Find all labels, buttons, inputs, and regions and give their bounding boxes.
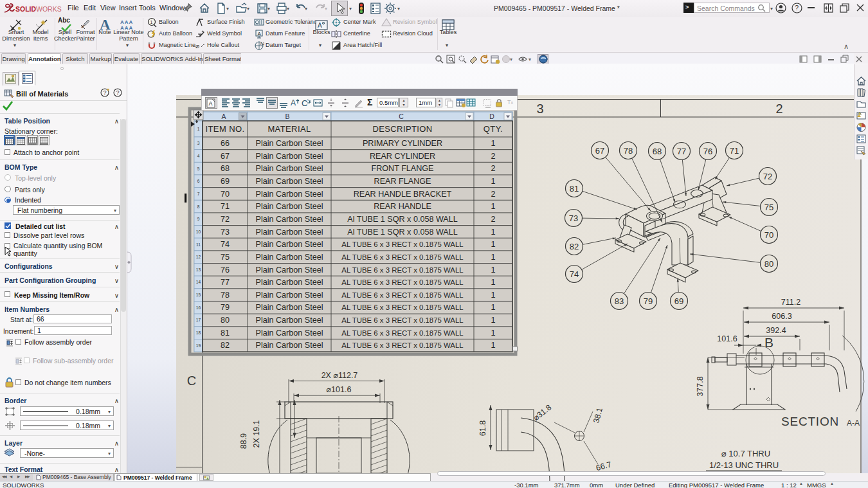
svg-text:Plain Carbon Steel: Plain Carbon Steel <box>255 341 323 350</box>
svg-text:Plain Carbon Steel: Plain Carbon Steel <box>255 139 323 148</box>
svg-text:2X ⌀112.7: 2X ⌀112.7 <box>321 371 358 380</box>
svg-text:ITEM NO.: ITEM NO. <box>206 124 245 134</box>
svg-text:1: 1 <box>491 341 495 350</box>
svg-text:73: 73 <box>221 228 230 237</box>
svg-text:2: 2 <box>491 215 495 224</box>
svg-text:REAR CYLINDER: REAR CYLINDER <box>370 152 435 161</box>
svg-text:Plain Carbon Steel: Plain Carbon Steel <box>255 202 323 211</box>
svg-text:C: C <box>302 98 307 108</box>
svg-text:1: 1 <box>491 240 495 249</box>
svg-text:Plain Carbon Steel: Plain Carbon Steel <box>255 240 323 249</box>
svg-text:6: 6 <box>197 179 200 183</box>
svg-text:19: 19 <box>196 343 201 348</box>
svg-text:1: 1 <box>491 303 495 312</box>
svg-text:12: 12 <box>196 255 201 259</box>
svg-text:2: 2 <box>491 152 495 161</box>
svg-text:1: 1 <box>491 228 495 237</box>
svg-text:1: 1 <box>491 253 495 262</box>
svg-text:7: 7 <box>197 192 200 196</box>
svg-text:Plain Carbon Steel: Plain Carbon Steel <box>255 190 323 199</box>
svg-text:REAR HANDLE BRACKET: REAR HANDLE BRACKET <box>354 190 452 199</box>
svg-text:1: 1 <box>491 139 495 148</box>
svg-text:76: 76 <box>221 266 230 275</box>
svg-text:B: B <box>764 335 773 350</box>
svg-text:67: 67 <box>595 146 604 156</box>
svg-text:68: 68 <box>221 164 230 173</box>
svg-text:78: 78 <box>221 291 230 300</box>
svg-text:82: 82 <box>221 341 230 350</box>
svg-text:FRONT FLANGE: FRONT FLANGE <box>371 164 433 173</box>
svg-text:5: 5 <box>197 167 200 171</box>
svg-text:Plain Carbon Steel: Plain Carbon Steel <box>255 316 323 325</box>
svg-text:Plain Carbon Steel: Plain Carbon Steel <box>255 215 323 224</box>
svg-text:PRIMARY CYLINDER: PRIMARY CYLINDER <box>363 139 442 148</box>
svg-text:80: 80 <box>764 259 773 269</box>
svg-text:78: 78 <box>624 146 633 156</box>
svg-text:2X 19.1: 2X 19.1 <box>252 420 261 447</box>
svg-text:3: 3 <box>536 102 543 116</box>
svg-text:75: 75 <box>221 253 230 262</box>
svg-text:AL TUBE 6 x 3 RECT x 0.1875 WA: AL TUBE 6 x 3 RECT x 0.1875 WALL <box>341 303 463 311</box>
svg-text:14: 14 <box>196 280 201 284</box>
svg-text:REAR FLANGE: REAR FLANGE <box>374 177 431 186</box>
svg-text:74: 74 <box>570 269 579 279</box>
svg-text:88.9: 88.9 <box>239 433 248 449</box>
svg-text:69: 69 <box>674 296 683 306</box>
svg-text:392.4: 392.4 <box>766 326 786 335</box>
svg-text:B: B <box>285 113 289 120</box>
svg-text:13: 13 <box>196 267 201 272</box>
svg-text:1: 1 <box>491 291 495 300</box>
svg-text:83: 83 <box>615 296 624 306</box>
svg-text:!: ! <box>859 112 860 115</box>
svg-text:C: C <box>399 113 404 120</box>
svg-text:Plain Carbon Steel: Plain Carbon Steel <box>255 278 323 287</box>
svg-text:11: 11 <box>196 242 201 247</box>
svg-text:AL TUBE 6 x 3 RECT x 0.1875 WA: AL TUBE 6 x 3 RECT x 0.1875 WALL <box>341 291 463 299</box>
svg-text:Al TUBE 1 SQR x 0.058 WALL: Al TUBE 1 SQR x 0.058 WALL <box>347 228 458 237</box>
svg-text:66: 66 <box>221 139 230 148</box>
svg-text:A: A <box>209 100 213 107</box>
svg-text:711.2: 711.2 <box>781 298 800 307</box>
svg-text:Plain Carbon Steel: Plain Carbon Steel <box>255 177 323 186</box>
svg-text:AL TUBE 6 x 3 RECT x 0.1875 WA: AL TUBE 6 x 3 RECT x 0.1875 WALL <box>341 253 463 261</box>
svg-text:3: 3 <box>197 141 200 145</box>
svg-text:⌀101.6: ⌀101.6 <box>327 385 352 394</box>
svg-text:1: 1 <box>491 202 495 211</box>
svg-text:82: 82 <box>570 242 579 251</box>
svg-text:72: 72 <box>221 215 230 224</box>
svg-text:1: 1 <box>491 266 495 275</box>
svg-text:73: 73 <box>569 213 578 223</box>
svg-text:18: 18 <box>196 330 201 335</box>
svg-text:D: D <box>489 113 494 120</box>
svg-text:1: 1 <box>491 316 495 325</box>
svg-text:16: 16 <box>196 305 201 310</box>
svg-text:A: A <box>221 113 226 120</box>
svg-text:71: 71 <box>730 146 739 156</box>
svg-text:AL TUBE 6 x 3 RECT x 0.1875 WA: AL TUBE 6 x 3 RECT x 0.1875 WALL <box>341 329 463 337</box>
svg-text:A-A: A-A <box>847 419 860 428</box>
svg-text:76: 76 <box>703 147 712 156</box>
svg-text:?: ? <box>104 89 107 96</box>
svg-text:A: A <box>291 98 296 107</box>
svg-text:2: 2 <box>775 102 782 116</box>
svg-text:9: 9 <box>197 217 200 221</box>
svg-text:Plain Carbon Steel: Plain Carbon Steel <box>255 164 323 173</box>
svg-text:AL TUBE 6 x 3 RECT x 0.1875 WA: AL TUBE 6 x 3 RECT x 0.1875 WALL <box>341 341 463 349</box>
svg-text:8: 8 <box>197 204 200 209</box>
svg-text:AL TUBE 6 x 3 RECT x 0.1875 WA: AL TUBE 6 x 3 RECT x 0.1875 WALL <box>341 278 463 286</box>
svg-text:77: 77 <box>677 147 686 156</box>
svg-text:REAR HANDLE: REAR HANDLE <box>374 202 431 211</box>
svg-text:Plain Carbon Steel: Plain Carbon Steel <box>255 152 323 161</box>
svg-text:79: 79 <box>221 303 230 312</box>
svg-text:Plain Carbon Steel: Plain Carbon Steel <box>255 291 323 300</box>
svg-text:75: 75 <box>764 203 773 212</box>
svg-text:70: 70 <box>221 190 230 199</box>
svg-text:81: 81 <box>570 184 579 194</box>
svg-text:Plain Carbon Steel: Plain Carbon Steel <box>255 253 323 262</box>
svg-text:Plain Carbon Steel: Plain Carbon Steel <box>255 228 323 237</box>
svg-text:79: 79 <box>644 296 653 306</box>
svg-text:15: 15 <box>196 293 201 297</box>
svg-text:68: 68 <box>653 147 662 156</box>
svg-text:101.6: 101.6 <box>717 334 737 343</box>
svg-text:74: 74 <box>221 240 230 249</box>
